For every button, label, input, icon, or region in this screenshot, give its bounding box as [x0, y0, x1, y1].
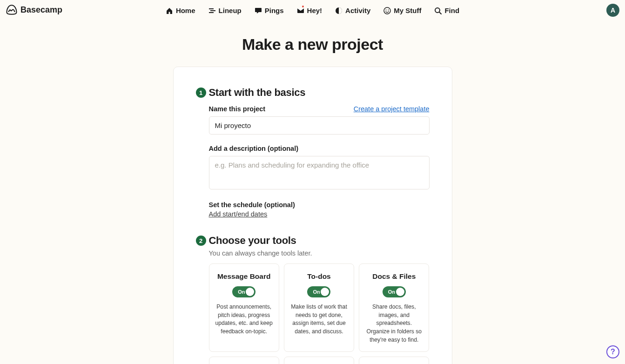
topbar: Basecamp Home Lineup Pings Hey! Activity… [0, 0, 625, 21]
pings-icon [255, 7, 262, 14]
basecamp-logo-icon [6, 4, 18, 16]
tool-title: To-dos [290, 272, 348, 281]
tool-card-0: Message BoardOnPost announcements, pitch… [209, 263, 279, 352]
step-2: 2 Choose your tools You can always chang… [196, 235, 430, 364]
tools-grid: Message BoardOnPost announcements, pitch… [209, 263, 430, 364]
project-name-input[interactable] [209, 116, 430, 135]
tool-desc: Make lists of work that needs to get don… [290, 303, 348, 336]
tool-card-4: ScheduleOnSet important dates on a share… [284, 357, 354, 364]
tool-title: Message Board [215, 272, 273, 281]
avatar-initial: A [611, 7, 615, 14]
tool-toggle[interactable]: On [232, 286, 255, 297]
nav-home-label: Home [176, 7, 195, 14]
tool-desc: Post announcements, pitch ideas, progres… [215, 303, 273, 336]
nav-hey[interactable]: Hey! [297, 7, 323, 14]
find-icon [434, 7, 442, 14]
nav-home[interactable]: Home [166, 7, 195, 14]
logo[interactable]: Basecamp [6, 4, 62, 16]
project-description-label: Add a description (optional) [209, 145, 299, 152]
tool-card-5: Card TableOffA visual, Kanban-like tool … [359, 357, 429, 364]
lineup-icon [208, 7, 216, 14]
tool-toggle[interactable]: On [383, 286, 406, 297]
nav-lineup[interactable]: Lineup [208, 7, 242, 14]
tool-toggle[interactable]: On [307, 286, 330, 297]
tool-card-3: ChatOnChat casually with the group, ask … [209, 357, 279, 364]
toggle-label: On [238, 286, 245, 297]
svg-point-3 [388, 9, 389, 10]
nav-pings[interactable]: Pings [255, 7, 284, 14]
home-icon [166, 7, 173, 14]
tool-card-1: To-dosOnMake lists of work that needs to… [284, 263, 354, 352]
nav-find-label: Find [444, 7, 459, 14]
nav-activity-label: Activity [345, 7, 370, 14]
svg-point-2 [386, 9, 387, 10]
help-icon: ? [611, 348, 615, 356]
hey-notification-dot [301, 5, 305, 8]
step-1-number: 1 [196, 88, 206, 98]
project-name-label: Name this project [209, 105, 266, 113]
toggle-knob [321, 288, 329, 296]
logo-text: Basecamp [20, 5, 62, 15]
add-dates-link[interactable]: Add start/end dates [209, 210, 268, 218]
mystuff-icon [383, 7, 391, 14]
nav-pings-label: Pings [265, 7, 284, 14]
nav-find[interactable]: Find [434, 7, 459, 14]
nav-lineup-label: Lineup [219, 7, 242, 14]
schedule-label: Set the schedule (optional) [209, 201, 295, 209]
tool-desc: Share docs, files, images, and spreadshe… [365, 303, 423, 344]
activity-icon [335, 7, 343, 14]
project-description-input[interactable] [209, 156, 430, 189]
step-1: 1 Start with the basics Name this projec… [196, 87, 430, 218]
tool-title: Docs & Files [365, 272, 423, 281]
avatar[interactable]: A [606, 4, 619, 17]
nav-mystuff-label: My Stuff [394, 7, 421, 14]
step-2-sub: You can always change tools later. [209, 249, 430, 257]
nav-hey-label: Hey! [307, 7, 323, 14]
main-nav: Home Lineup Pings Hey! Activity My Stuff… [166, 7, 459, 14]
help-button[interactable]: ? [606, 345, 619, 358]
new-project-panel: 1 Start with the basics Name this projec… [173, 67, 452, 364]
page-title: Make a new project [0, 35, 625, 54]
toggle-knob [396, 288, 404, 296]
step-2-number: 2 [196, 236, 206, 246]
step-2-heading: Choose your tools [209, 235, 430, 247]
step-1-heading: Start with the basics [209, 87, 430, 99]
create-template-link[interactable]: Create a project template [354, 105, 430, 113]
nav-activity[interactable]: Activity [335, 7, 370, 14]
toggle-knob [246, 288, 254, 296]
toggle-label: On [313, 286, 320, 297]
tool-card-2: Docs & FilesOnShare docs, files, images,… [359, 263, 429, 352]
toggle-label: On [388, 286, 395, 297]
svg-point-1 [384, 7, 390, 14]
nav-mystuff[interactable]: My Stuff [383, 7, 421, 14]
